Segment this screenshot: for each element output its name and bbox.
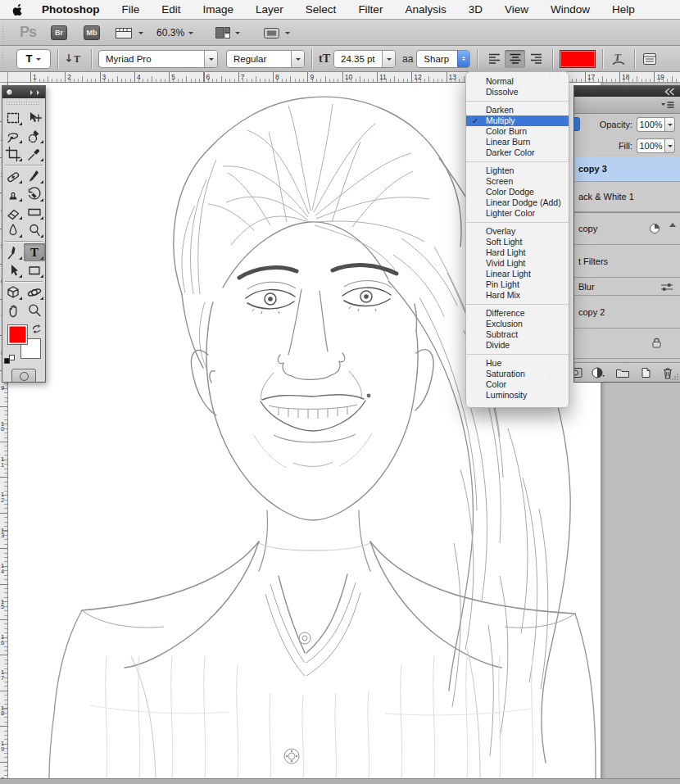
filter-blending-options-icon[interactable] [660, 282, 673, 292]
blend-mode-option[interactable]: Color [466, 379, 569, 390]
fill-dropdown-button[interactable] [664, 138, 675, 153]
font-size-dropdown-button[interactable] [382, 51, 395, 67]
arrange-documents-button[interactable] [215, 25, 240, 40]
blend-mode-option[interactable]: Divide [466, 340, 569, 351]
adjustment-layer-icon[interactable] [591, 366, 607, 379]
menu-window[interactable]: Window [551, 3, 590, 16]
blend-mode-option[interactable]: Linear Dodge (Add) [466, 197, 569, 208]
opacity-field[interactable]: 100% [637, 117, 675, 132]
blend-mode-option[interactable]: Hard Mix [466, 290, 569, 301]
swap-colors-icon[interactable] [31, 323, 43, 334]
view-extras-button[interactable] [115, 25, 143, 40]
menu-filter[interactable]: Filter [358, 3, 383, 16]
smart-filters-row[interactable]: t Filters [574, 245, 680, 278]
align-center-button[interactable] [505, 50, 525, 68]
blend-mode-option[interactable]: Difference [466, 308, 569, 319]
font-size-select[interactable]: 24.35 pt [333, 50, 396, 68]
zoom-tool[interactable] [24, 301, 45, 319]
default-colors-icon[interactable] [4, 355, 15, 364]
blend-mode-option[interactable]: Hard Light [466, 247, 569, 258]
quick-selection-tool[interactable] [24, 127, 45, 145]
3d-orbit-tool[interactable] [24, 283, 45, 301]
launch-bridge-button[interactable]: Br [51, 25, 67, 40]
rectangle-shape-tool[interactable] [24, 261, 45, 279]
palette-close-icon[interactable] [6, 88, 13, 96]
blend-mode-option[interactable]: Linear Light [466, 269, 569, 279]
horizontal-ruler[interactable]: 12345678910111213141516171819 [8, 72, 680, 83]
blend-mode-option[interactable]: Lighten [466, 165, 569, 176]
blend-mode-option[interactable]: Saturation [466, 369, 569, 379]
align-left-button[interactable] [484, 50, 505, 68]
menu-select[interactable]: Select [306, 3, 337, 16]
background-layer-row[interactable] [574, 329, 680, 359]
blend-mode-option[interactable]: Hue [466, 358, 569, 369]
new-group-icon[interactable] [615, 366, 630, 379]
toggle-character-panel-button[interactable] [641, 52, 658, 66]
blend-mode-option[interactable]: Soft Light [466, 237, 569, 247]
panel-resize-grip[interactable] [671, 373, 679, 381]
menu-help[interactable]: Help [612, 3, 635, 16]
new-layer-icon[interactable] [639, 366, 652, 379]
collapse-dock-icon[interactable] [663, 87, 676, 97]
blend-mode-option[interactable]: Pin Light [466, 279, 569, 290]
add-layer-mask-icon[interactable] [574, 366, 583, 379]
blend-mode-option[interactable]: Exclusion [466, 319, 569, 329]
blend-mode-option-selected[interactable]: ✓ Multiply [466, 116, 569, 126]
blend-mode-option[interactable]: Screen [466, 176, 569, 187]
layer-row[interactable]: copy 2 [574, 296, 680, 329]
font-family-dropdown-button[interactable] [204, 51, 217, 67]
eraser-tool[interactable] [2, 203, 24, 221]
blend-mode-option[interactable]: Darken [466, 105, 569, 116]
crop-tool[interactable] [2, 145, 24, 163]
blend-mode-option[interactable]: Overlay [466, 226, 569, 237]
layers-panel-tab-bar[interactable] [574, 97, 680, 114]
menu-analysis[interactable]: Analysis [405, 3, 446, 16]
brush-tool[interactable] [24, 167, 45, 185]
history-brush-tool[interactable] [24, 185, 45, 203]
dodge-tool[interactable] [24, 221, 45, 239]
layer-row[interactable]: ack & White 1 [574, 182, 680, 212]
menu-view[interactable]: View [505, 3, 528, 16]
layer-row[interactable]: copy [574, 212, 680, 245]
blend-mode-option[interactable]: Color Burn [466, 126, 569, 137]
blend-mode-option[interactable]: Normal [466, 76, 569, 87]
apple-menu-icon[interactable] [11, 2, 24, 16]
path-selection-tool[interactable] [2, 261, 24, 279]
blend-mode-select-highlight[interactable] [573, 117, 580, 131]
foreground-color-swatch[interactable] [7, 324, 28, 345]
palette-expand-icon[interactable] [30, 90, 42, 95]
scroll-up-icon[interactable] [669, 220, 676, 227]
lasso-tool[interactable] [2, 127, 24, 145]
menu-layer[interactable]: Layer [256, 3, 283, 16]
opacity-dropdown-button[interactable] [664, 117, 675, 132]
screen-mode-button[interactable] [263, 25, 290, 40]
menu-3d[interactable]: 3D [469, 3, 483, 16]
menu-image[interactable]: Image [203, 3, 234, 16]
rectangular-marquee-tool[interactable] [2, 109, 24, 127]
blend-mode-option[interactable]: Linear Burn [466, 137, 569, 147]
layer-row-selected[interactable]: copy 3 [574, 156, 680, 182]
blend-mode-option[interactable]: Darker Color [466, 147, 569, 158]
eyedropper-tool[interactable] [24, 145, 45, 163]
spot-healing-brush-tool[interactable] [2, 167, 24, 185]
pen-tool[interactable] [2, 243, 24, 261]
text-orientation-toggle[interactable]: T [65, 51, 84, 67]
menu-photoshop[interactable]: Photoshop [42, 3, 100, 16]
text-color-swatch[interactable] [560, 50, 596, 68]
font-style-select[interactable]: Regular [226, 50, 305, 68]
anti-alias-stepper[interactable] [457, 51, 469, 67]
hand-tool[interactable] [2, 301, 24, 319]
clone-stamp-tool[interactable] [2, 185, 24, 203]
blend-mode-option[interactable]: Lighter Color [466, 208, 569, 219]
quick-mask-button[interactable] [11, 369, 36, 383]
blend-mode-option[interactable]: Vivid Light [466, 258, 569, 269]
gradient-tool[interactable] [24, 203, 45, 221]
blend-mode-option[interactable]: Dissolve [466, 87, 569, 97]
type-tool[interactable]: T [24, 243, 45, 261]
move-tool[interactable] [24, 109, 45, 127]
tools-palette-header[interactable] [2, 86, 45, 98]
blur-tool[interactable] [2, 221, 24, 239]
anti-alias-select[interactable]: Sharp [416, 50, 470, 68]
blend-mode-option[interactable]: Color Dodge [466, 187, 569, 197]
menu-edit[interactable]: Edit [161, 3, 180, 16]
